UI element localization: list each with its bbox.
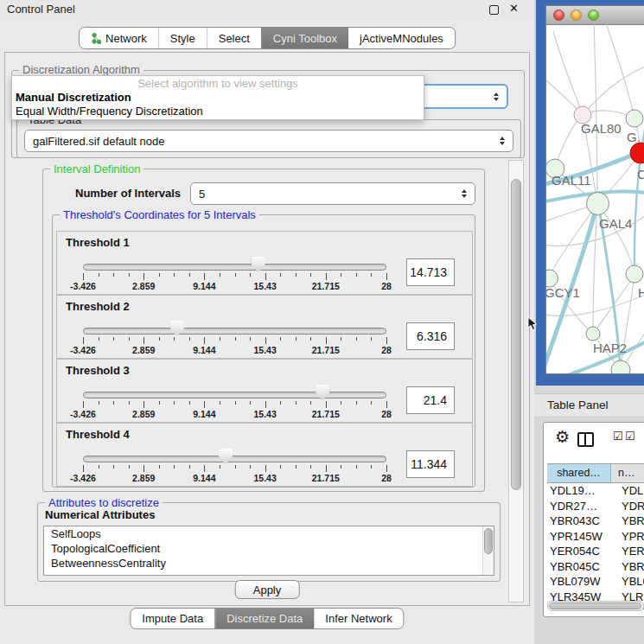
table-panel-header: Table Panel bbox=[534, 393, 644, 418]
combo-spinner-icon bbox=[462, 187, 467, 201]
table-header-row: shared… n… bbox=[547, 463, 644, 483]
apply-button[interactable]: Apply bbox=[235, 580, 300, 599]
tab-label: Select bbox=[219, 32, 250, 45]
tab-network[interactable]: Network bbox=[80, 28, 158, 48]
panel-title: Control Panel bbox=[7, 3, 75, 16]
node-label-gal4: GAL4 bbox=[599, 216, 632, 231]
attribute-list-item[interactable]: TopologicalCoefficient bbox=[44, 541, 494, 556]
table-cell[interactable]: YBL0… bbox=[611, 574, 644, 590]
table-row[interactable]: YBR045CYBR0… bbox=[547, 559, 644, 575]
attribute-list-item[interactable]: BetweennessCentrality bbox=[44, 556, 494, 571]
slider-track[interactable] bbox=[83, 456, 386, 462]
tab-impute-data[interactable]: Impute Data bbox=[131, 609, 214, 628]
float-window-icon[interactable] bbox=[489, 5, 499, 15]
num-intervals-combobox[interactable]: 5 bbox=[190, 182, 475, 205]
tab-jactivemnodules[interactable]: jActiveMNodules bbox=[348, 28, 455, 48]
tab-infer-network[interactable]: Infer Network bbox=[314, 609, 403, 628]
group-label: Attributes to discretize bbox=[45, 496, 163, 509]
threshold-3-slider[interactable]: -3.4262.8599.14415.4321.71528 bbox=[83, 360, 386, 422]
scrollbar-thumb[interactable] bbox=[549, 603, 641, 609]
slider-track[interactable] bbox=[83, 392, 386, 399]
node-label-hap2: HAP2 bbox=[593, 341, 627, 355]
network-window-titlebar[interactable] bbox=[546, 6, 644, 25]
close-traffic-light[interactable] bbox=[553, 10, 564, 21]
group-label: Threshold's Coordinates for 5 Intervals bbox=[60, 208, 259, 221]
tab-style[interactable]: Style bbox=[158, 28, 207, 48]
slider-ticks bbox=[83, 401, 386, 409]
table-cell[interactable]: YBR0… bbox=[611, 559, 644, 575]
table-horizontal-scrollbar[interactable] bbox=[547, 601, 644, 611]
combo-value: galFiltered.sif default node bbox=[33, 135, 164, 148]
threshold-3-panel: Threshold 3 -3.4262.8599.14415.4321.7152… bbox=[56, 359, 473, 423]
column-header-name[interactable]: n… bbox=[611, 464, 644, 482]
node-label-partial-h: H bbox=[638, 285, 644, 300]
threshold-value-field[interactable] bbox=[406, 322, 455, 350]
table-data-combobox[interactable]: galFiltered.sif default node bbox=[24, 130, 513, 152]
numerical-attributes-label: Numerical Attributes bbox=[45, 508, 155, 521]
algorithm-dropdown-popup: Select algorithm to view settings Manual… bbox=[11, 75, 424, 120]
gear-icon[interactable]: ⚙ bbox=[555, 427, 570, 447]
tab-select[interactable]: Select bbox=[207, 28, 261, 48]
table-cell[interactable]: YER054C bbox=[547, 544, 611, 559]
table-row[interactable]: YER054CYER0… bbox=[547, 544, 644, 559]
slider-track[interactable] bbox=[83, 328, 386, 335]
deselect-all-checkbox-icon[interactable]: ☑ bbox=[625, 430, 635, 443]
list-scrollbar-thumb[interactable] bbox=[484, 528, 493, 554]
combo-value: 5 bbox=[199, 188, 205, 201]
network-canvas[interactable]: GAL80 G. GAL11 C GAL4 GCY1 H HAP2 bbox=[546, 24, 644, 373]
dropdown-option-equal-width[interactable]: Equal Width/Frequency Discretization bbox=[12, 105, 424, 118]
table-cell[interactable]: YBR0… bbox=[611, 513, 644, 529]
slider-track[interactable] bbox=[83, 264, 386, 271]
tab-cyni-toolbox[interactable]: Cyni Toolbox bbox=[261, 28, 348, 48]
right-region: GAL80 G. GAL11 C GAL4 GCY1 H HAP2 Table … bbox=[534, 0, 644, 644]
tab-label: Impute Data bbox=[142, 612, 203, 625]
column-header-shared-name[interactable]: shared… bbox=[547, 464, 611, 482]
minimize-traffic-light[interactable] bbox=[571, 10, 582, 21]
table-cell[interactable]: YBL079W bbox=[547, 574, 611, 590]
table-row[interactable]: YBL079WYBL0… bbox=[547, 574, 644, 590]
table-cell[interactable]: YDR2… bbox=[611, 499, 644, 514]
threshold-value-field[interactable] bbox=[406, 450, 455, 478]
bottom-tab-bar: Impute Data Discretize Data Infer Networ… bbox=[130, 608, 404, 629]
split-columns-icon[interactable] bbox=[577, 432, 594, 447]
table-row[interactable]: YDL19…YDL1… bbox=[547, 483, 644, 499]
panel-vertical-scrollbar[interactable] bbox=[508, 160, 524, 603]
dropdown-option-manual[interactable]: Manual Discretization bbox=[12, 91, 424, 105]
slider-tick-labels: -3.4262.8599.14415.4321.71528 bbox=[83, 345, 386, 355]
slider-ticks bbox=[83, 273, 386, 281]
control-panel-window: Control Panel ✕ Network Style Select Cyn… bbox=[0, 0, 534, 644]
table-cell[interactable]: YDL19… bbox=[547, 483, 611, 499]
tab-label: Network bbox=[105, 32, 147, 45]
threshold-1-slider[interactable]: -3.4262.8599.14415.4321.71528 bbox=[83, 232, 386, 294]
table-panel-card: ⚙ ☑ ☑ shared… n… YDL19…YDL1…YDR27…YDR2…Y… bbox=[543, 422, 644, 617]
tab-label: Cyni Toolbox bbox=[273, 32, 337, 45]
table-row[interactable]: YDR27…YDR2… bbox=[547, 499, 644, 514]
combo-spinner-icon bbox=[500, 134, 505, 148]
network-view-window: GAL80 G. GAL11 C GAL4 GCY1 H HAP2 bbox=[545, 5, 644, 374]
attributes-to-discretize-group: Attributes to discretize Numerical Attri… bbox=[37, 502, 501, 582]
slider-tick-labels: -3.4262.8599.14415.4321.71528 bbox=[83, 409, 386, 419]
table-cell[interactable]: YPR145W bbox=[547, 529, 611, 545]
table-row[interactable]: YPR145WYPR1… bbox=[547, 529, 644, 545]
table-cell[interactable]: YDR27… bbox=[547, 499, 611, 514]
table-row[interactable]: YBR043CYBR0… bbox=[547, 513, 644, 529]
table-cell[interactable]: YPR1… bbox=[611, 529, 644, 545]
tab-label: jActiveMNodules bbox=[360, 32, 443, 45]
attribute-list-item[interactable]: SelfLoops bbox=[44, 526, 494, 541]
table-cell[interactable]: YBR045C bbox=[547, 559, 611, 575]
tab-discretize-data[interactable]: Discretize Data bbox=[214, 609, 314, 628]
table-cell[interactable]: YDL1… bbox=[611, 483, 644, 499]
select-all-checkbox-icon[interactable]: ☑ bbox=[613, 430, 623, 443]
table-cell[interactable]: YER0… bbox=[611, 544, 644, 559]
zoom-traffic-light[interactable] bbox=[588, 10, 599, 21]
scrollbar-thumb[interactable] bbox=[511, 179, 521, 490]
mouse-cursor bbox=[527, 316, 538, 331]
numerical-attributes-list[interactable]: SelfLoopsTopologicalCoefficientBetweenne… bbox=[43, 526, 494, 576]
threshold-2-slider[interactable]: -3.4262.8599.14415.4321.71528 bbox=[83, 296, 386, 358]
threshold-value-field[interactable] bbox=[406, 386, 455, 414]
threshold-value-field[interactable] bbox=[406, 258, 455, 286]
close-icon[interactable]: ✕ bbox=[509, 2, 519, 15]
list-scrollbar[interactable] bbox=[482, 526, 494, 575]
table-cell[interactable]: YBR043C bbox=[547, 513, 611, 529]
threshold-4-slider[interactable]: -3.4262.8599.14415.4321.71528 bbox=[83, 424, 386, 486]
